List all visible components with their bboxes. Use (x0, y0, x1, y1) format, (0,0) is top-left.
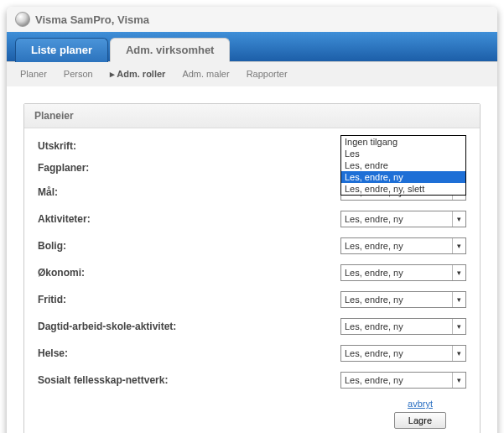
subnav-person[interactable]: Person (64, 69, 93, 80)
label-helse: Helse: (38, 347, 247, 359)
label-utskrift: Utskrift: (38, 140, 247, 152)
label-dagtid: Dagtid-arbeid-skole-aktivitet: (38, 321, 247, 332)
app-logo-icon (15, 12, 30, 27)
select-value: Les, endre, ny (345, 321, 403, 331)
chevron-down-icon: ▾ (452, 238, 465, 253)
dropdown-option-selected[interactable]: Les, endre, ny (341, 171, 465, 183)
select-aktiviteter[interactable]: Les, endre, ny▾ (340, 211, 466, 227)
subnav-planer[interactable]: Planer (20, 69, 47, 80)
row-fritid: Fritid: Les, endre, ny▾ (38, 291, 466, 308)
app-window: Visma SamPro, Visma Liste planer Adm. vi… (7, 7, 497, 433)
panel-title: Planeier (24, 104, 480, 128)
select-value: Les, endre, ny (345, 241, 403, 251)
panel-body: Ingen tilgang Les Les, endre Les, endre,… (24, 128, 480, 433)
row-sosialt: Sosialt fellesskap-nettverk: Les, endre,… (38, 372, 466, 389)
content-area: Planeier Ingen tilgang Les Les, endre Le… (7, 86, 497, 433)
label-fagplaner: Fagplaner: (38, 162, 247, 174)
select-okonomi[interactable]: Les, endre, ny▾ (340, 264, 466, 281)
select-dagtid[interactable]: Les, endre, ny▾ (340, 318, 466, 335)
chevron-down-icon: ▾ (452, 211, 465, 227)
row-aktiviteter: Aktiviteter: Les, endre, ny▾ (38, 211, 466, 227)
permission-dropdown-open[interactable]: Ingen tilgang Les Les, endre Les, endre,… (340, 135, 466, 196)
save-button[interactable]: Lagre (394, 412, 446, 429)
tab-liste-planer[interactable]: Liste planer (15, 38, 108, 62)
app-title: Visma SamPro, Visma (35, 13, 149, 26)
subnav-adm-roller[interactable]: Adm. roller (110, 69, 166, 80)
subnav-rapporter[interactable]: Rapporter (247, 69, 288, 80)
dropdown-option[interactable]: Les, endre, ny, slett (341, 183, 465, 195)
label-okonomi: Økonomi: (38, 267, 247, 279)
select-value: Les, endre, ny (345, 348, 403, 358)
subnav-adm-maler[interactable]: Adm. maler (182, 69, 229, 80)
label-fritid: Fritid: (38, 294, 247, 305)
row-okonomi: Økonomi: Les, endre, ny▾ (38, 264, 466, 281)
row-bolig: Bolig: Les, endre, ny▾ (38, 237, 466, 254)
chevron-down-icon: ▾ (452, 265, 465, 280)
select-helse[interactable]: Les, endre, ny▾ (340, 345, 466, 362)
select-bolig[interactable]: Les, endre, ny▾ (340, 237, 466, 254)
select-value: Les, endre, ny (345, 214, 403, 224)
label-sosialt: Sosialt fellesskap-nettverk: (38, 374, 247, 386)
select-sosialt[interactable]: Les, endre, ny▾ (340, 372, 466, 389)
row-helse: Helse: Les, endre, ny▾ (38, 345, 466, 362)
tab-adm-virksomhet[interactable]: Adm. virksomhet (110, 38, 230, 62)
select-value: Les, endre, ny (345, 295, 403, 305)
label-aktiviteter: Aktiviteter: (38, 213, 247, 225)
dropdown-option[interactable]: Les, endre (341, 159, 465, 171)
sub-nav: Planer Person Adm. roller Adm. maler Rap… (7, 61, 497, 86)
chevron-down-icon: ▾ (452, 292, 465, 307)
select-value: Les, endre, ny (345, 375, 403, 385)
dropdown-option[interactable]: Les (341, 148, 465, 159)
main-tabs: Liste planer Adm. virksomhet (7, 32, 497, 61)
select-fritid[interactable]: Les, endre, ny▾ (340, 291, 466, 308)
chevron-down-icon: ▾ (452, 346, 465, 361)
cancel-link[interactable]: avbryt (408, 399, 433, 409)
dropdown-option[interactable]: Ingen tilgang (341, 136, 465, 148)
select-value: Les, endre, ny (345, 268, 403, 278)
label-mal: Mål: (38, 186, 247, 198)
title-bar: Visma SamPro, Visma (7, 7, 497, 32)
chevron-down-icon: ▾ (452, 319, 465, 334)
row-dagtid: Dagtid-arbeid-skole-aktivitet: Les, endr… (38, 318, 466, 335)
label-bolig: Bolig: (38, 240, 247, 252)
form-actions: avbryt Lagre (38, 399, 466, 429)
chevron-down-icon: ▾ (452, 373, 465, 388)
panel-planeier: Planeier Ingen tilgang Les Les, endre Le… (23, 103, 481, 433)
